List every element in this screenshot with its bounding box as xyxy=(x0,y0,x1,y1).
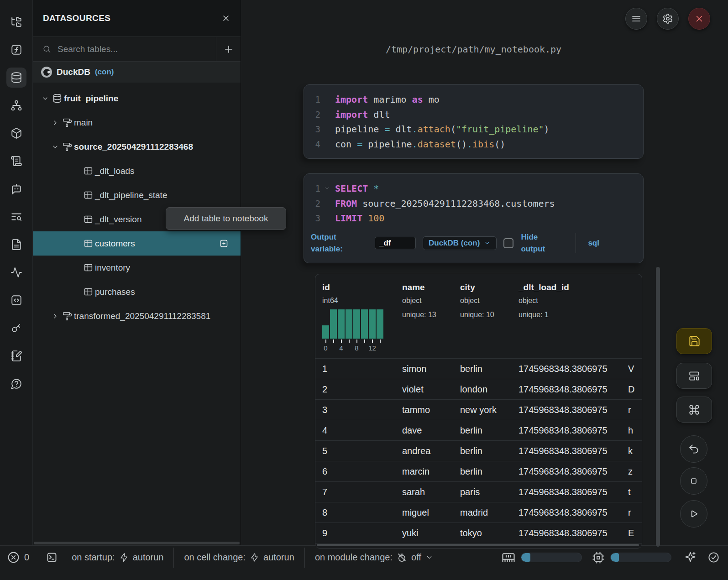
settings-button[interactable] xyxy=(657,8,679,30)
table-body: 1simonberlin1745968348.3806975V2violetlo… xyxy=(315,358,642,543)
panel-header: DATASOURCES xyxy=(33,0,241,37)
tree-item-source_202504291112283468[interactable]: source_202504291112283468 xyxy=(33,135,241,159)
connection-duckdb[interactable]: DuckDB (con) xyxy=(33,62,241,83)
sql-cell[interactable]: 1SELECT *2FROM source_202504291112283468… xyxy=(304,173,644,263)
add-table-tooltip: Add table to notebook xyxy=(166,207,286,230)
tree-item-fruit_pipeline[interactable]: fruit_pipeline xyxy=(33,86,241,110)
table-row: 1simonberlin1745968348.3806975V xyxy=(315,358,642,379)
tree-item-purchases[interactable]: purchases xyxy=(33,280,241,304)
rail-dependencies-button[interactable] xyxy=(6,95,26,115)
table-header: idint6404812nameobjectunique: 13cityobje… xyxy=(315,274,642,358)
gear-icon xyxy=(662,13,673,24)
on-startup-setting[interactable]: on startup: autorun xyxy=(72,552,163,563)
rail-ai-chat-button[interactable] xyxy=(6,179,26,199)
terminal-button[interactable] xyxy=(46,551,58,564)
close-panel-button[interactable] xyxy=(221,14,230,23)
rail-documentation-button[interactable] xyxy=(6,235,26,255)
on-startup-label: on startup: xyxy=(72,552,115,563)
code-line: 1import marimo as mo xyxy=(304,92,643,107)
rail-scratch-notebook-button[interactable] xyxy=(6,346,26,366)
menu-button[interactable] xyxy=(625,8,647,30)
error-circle-icon xyxy=(7,551,20,564)
status-bar: 0 on startup: autorun on cell change: au… xyxy=(0,545,728,580)
fold-toggle-icon[interactable] xyxy=(324,185,330,191)
sql-cell-footer: Output variable: DuckDB (con) Hide outpu… xyxy=(304,226,643,256)
chevron-down-icon[interactable] xyxy=(50,143,60,151)
tree-item-label: _dlt_pipeline_state xyxy=(95,190,167,200)
tree-item-_dlt_loads[interactable]: _dlt_loads xyxy=(33,159,241,183)
hamburger-icon xyxy=(631,13,642,24)
interrupt-button[interactable] xyxy=(680,467,707,495)
rail-help-button[interactable] xyxy=(6,374,26,394)
tree-item-label: fruit_pipeline xyxy=(64,94,118,104)
tree-item-_dlt_pipeline_state[interactable]: _dlt_pipeline_state xyxy=(33,183,241,207)
tree-item-inventory[interactable]: inventory xyxy=(33,256,241,280)
notebook-area: /tmp/project/path/my_notebook.py 1import… xyxy=(241,0,728,545)
chevron-down-icon[interactable] xyxy=(40,95,50,102)
tree-item-customers[interactable]: customers xyxy=(33,231,241,256)
memory-icon xyxy=(502,551,515,564)
tree-item-label: _dlt_version xyxy=(95,214,141,225)
layout-toggle-button[interactable] xyxy=(676,363,712,389)
footer-divider xyxy=(576,233,576,253)
database-icon xyxy=(50,94,64,103)
rail-function-button[interactable] xyxy=(6,40,26,60)
command-icon xyxy=(688,404,700,416)
shutdown-button[interactable] xyxy=(688,8,710,30)
schema-icon xyxy=(60,142,74,152)
zap-off-icon xyxy=(397,552,407,563)
error-count: 0 xyxy=(24,552,29,563)
rail-snippets-button[interactable] xyxy=(6,290,26,310)
rail-tracing-button[interactable] xyxy=(6,262,26,282)
notebook-path: /tmp/project/path/my_notebook.py xyxy=(304,44,644,55)
python-cell[interactable]: 1import marimo as mo2import dlt3pipeline… xyxy=(304,84,644,159)
connection-name: DuckDB xyxy=(57,67,90,77)
chevron-right-icon[interactable] xyxy=(50,313,60,320)
datasource-tree: fruit_pipelinemainsource_202504291112283… xyxy=(33,83,241,328)
table-row: 4daveberlin1745968348.3806975h xyxy=(315,420,642,440)
search-tables-input[interactable] xyxy=(58,44,216,54)
chevron-down-icon xyxy=(425,554,433,561)
chevron-right-icon[interactable] xyxy=(50,119,60,126)
table-icon xyxy=(81,214,95,224)
add-datasource-button[interactable] xyxy=(216,37,241,61)
log-search-icon xyxy=(10,211,22,223)
on-module-change-label: on module change: xyxy=(315,552,393,563)
add-table-to-notebook-icon[interactable] xyxy=(219,239,229,248)
rail-logs-button[interactable] xyxy=(6,207,26,227)
tree-item-label: source_202504291112283468 xyxy=(74,142,193,152)
tree-item-main[interactable]: main xyxy=(33,110,241,135)
rail-secrets-button[interactable] xyxy=(6,318,26,338)
run-button[interactable] xyxy=(680,500,707,528)
tree-item-label: purchases xyxy=(95,287,135,297)
activity-icon xyxy=(10,266,22,278)
rail-datasources-button[interactable] xyxy=(6,68,26,88)
table-icon xyxy=(81,287,95,297)
tree-item-transformed_202504291112283581[interactable]: transformed_202504291112283581 xyxy=(33,304,241,328)
hide-output-checkbox[interactable] xyxy=(503,238,513,248)
document-icon xyxy=(10,239,22,251)
file-tree-icon xyxy=(10,16,22,28)
cpu-usage-bar xyxy=(610,553,671,562)
cell-language-label: sql xyxy=(588,239,599,248)
on-module-change-setting[interactable]: on module change: off xyxy=(315,552,433,563)
output-variable-input[interactable] xyxy=(375,237,416,249)
code-line: 2import dlt xyxy=(304,107,643,122)
error-counter[interactable]: 0 xyxy=(7,551,29,564)
rail-file-tree-button[interactable] xyxy=(6,12,26,32)
panel-horizontal-scrollbar[interactable] xyxy=(34,542,240,544)
query-result-table: idint6404812nameobjectunique: 13cityobje… xyxy=(315,274,642,549)
tree-item-label: transformed_202504291112283581 xyxy=(74,311,210,321)
notebook-vertical-scrollbar[interactable] xyxy=(656,267,660,547)
rail-scratchpad-button[interactable] xyxy=(6,151,26,171)
ai-assistant-button[interactable] xyxy=(684,551,697,564)
undo-button[interactable] xyxy=(680,435,707,463)
engine-dropdown-value: DuckDB (con) xyxy=(429,239,480,248)
rail-packages-button[interactable] xyxy=(6,123,26,143)
on-cell-change-setting[interactable]: on cell change: autorun xyxy=(184,552,294,563)
table-horizontal-scrollbar[interactable] xyxy=(317,544,639,546)
engine-dropdown[interactable]: DuckDB (con) xyxy=(423,236,497,250)
command-palette-button[interactable] xyxy=(676,397,712,423)
save-button[interactable] xyxy=(676,328,712,354)
terminal-icon xyxy=(46,551,58,564)
